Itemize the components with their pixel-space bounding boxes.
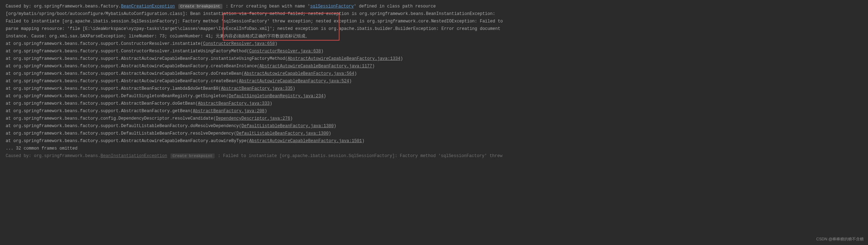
stack-suffix-text: ) [270,101,272,106]
stack-method-text: at org.springframework.beans.factory.sup… [6,86,221,91]
stack-method-text: at org.springframework.beans.factory.sup… [6,139,249,144]
exception-class-link[interactable]: BeanInstantiationException [100,153,167,158]
stack-suffix-text: ) [354,71,357,76]
stacktrace-line: at org.springframework.beans.factory.sup… [6,93,862,100]
stack-suffix-text: ) [334,124,336,129]
stack-method-text: at org.springframework.beans.factory.sup… [6,49,249,54]
stacktrace-line: at org.springframework.beans.factory.sup… [6,130,862,137]
stack-method-text: at org.springframework.beans.factory.sup… [6,71,244,76]
stack-method-text: at org.springframework.beans.factory.con… [6,116,216,121]
stacktrace-line: at org.springframework.beans.factory.sup… [6,85,862,93]
text-segment: : Failed to instantiate [org.apache.ibat… [215,153,503,158]
stack-suffix-text: ) [321,49,323,54]
stack-suffix-text: ) [290,116,293,121]
exception-class-link[interactable]: BeanCreationException [121,4,175,9]
stack-suffix-text: ) [400,56,403,61]
exception-detail-line: Failed to instantiate [org.apache.ibatis… [6,18,862,25]
exception-detail-line: parse mapping resource: 'file [E:\ideaWo… [6,25,862,33]
stack-method-text: at org.springframework.beans.factory.sup… [6,41,203,46]
stacktrace-line: at org.springframework.beans.factory.sup… [6,108,862,115]
source-file-link[interactable]: ConstructorResolver.java:658 [203,41,275,46]
stack-suffix-text: ) [293,86,295,91]
stack-method-text: at org.springframework.beans.factory.sup… [6,79,239,84]
source-file-link[interactable]: AbstractBeanFactory.java:208 [193,109,265,114]
stacktrace-line: at org.springframework.beans.factory.sup… [6,70,862,78]
source-file-link[interactable]: AbstractBeanFactory.java:333 [198,101,270,106]
stack-suffix-text: ) [328,131,331,136]
source-file-link[interactable]: AbstractAutowireCapableBeanFactory.java:… [259,64,372,69]
create-breakpoint-badge[interactable]: Create breakpoint [178,4,222,9]
stack-suffix-text: ) [362,139,364,144]
source-file-link[interactable]: ConstructorResolver.java:638 [249,49,321,54]
frames-omitted-line: ... 32 common frames omitted [6,145,862,152]
exception-header-line: Caused by: org.springframework.beans.fac… [6,3,862,10]
create-breakpoint-badge[interactable]: Create breakpoint [170,153,215,158]
source-file-link[interactable]: AbstractBeanFactory.java:335 [221,86,293,91]
stacktrace-line: at org.springframework.beans.factory.sup… [6,63,862,70]
stacktrace-line: at org.springframework.beans.factory.sup… [6,100,862,108]
source-file-link[interactable]: AbstractAutowireCapableBeanFactory.java:… [249,139,362,144]
exception-detail-line: instance. Cause: org.xml.sax.SAXParseExc… [6,33,862,40]
stacktrace-line: at org.springframework.beans.factory.sup… [6,40,862,48]
console-output: Caused by: org.springframework.beans.fac… [6,3,862,160]
stacktrace-line: at org.springframework.beans.factory.sup… [6,55,862,63]
stacktrace-line: at org.springframework.beans.factory.sup… [6,48,862,55]
stacktrace-list: at org.springframework.beans.factory.sup… [6,40,862,145]
bean-name-link[interactable]: sqlSessionFactory [310,4,354,9]
source-file-link[interactable]: AbstractAutowireCapableBeanFactory.java:… [239,79,349,84]
stack-suffix-text: ) [275,41,277,46]
text-segment: Caused by: org.springframework.beans. [6,153,100,158]
text-segment: : Error creating bean with name ' [223,4,310,9]
stack-method-text: at org.springframework.beans.factory.sup… [6,131,236,136]
stacktrace-line: at org.springframework.beans.factory.sup… [6,78,862,85]
source-file-link[interactable]: DefaultSingletonBeanRegistry.java:234 [229,94,323,99]
stack-suffix-text: ) [349,79,352,84]
source-file-link[interactable]: AbstractAutowireCapableBeanFactory.java:… [288,56,400,61]
stack-method-text: at org.springframework.beans.factory.sup… [6,94,229,99]
source-file-link[interactable]: AbstractAutowireCapableBeanFactory.java:… [244,71,354,76]
stack-suffix-text: ) [372,64,375,69]
stack-method-text: at org.springframework.beans.factory.sup… [6,56,288,61]
stacktrace-line: at org.springframework.beans.factory.sup… [6,137,862,145]
source-file-link[interactable]: DefaultListableBeanFactory.java:1300 [236,131,328,136]
exception-footer-line: Caused by: org.springframework.beans.Bea… [6,152,862,160]
stack-method-text: at org.springframework.beans.factory.sup… [6,124,242,129]
stack-suffix-text: ) [323,94,326,99]
source-file-link[interactable]: DependencyDescriptor.java:276 [216,116,290,121]
text-segment: ' defined in class path resource [354,4,436,9]
stacktrace-line: at org.springframework.beans.factory.sup… [6,123,862,130]
stack-suffix-text: ) [264,109,267,114]
stack-method-text: at org.springframework.beans.factory.sup… [6,101,198,106]
stack-method-text: at org.springframework.beans.factory.sup… [6,109,193,114]
exception-detail-line: [org/mybatis/spring/boot/autoconfigure/M… [6,10,862,18]
stack-method-text: at org.springframework.beans.factory.sup… [6,64,259,69]
stacktrace-line: at org.springframework.beans.factory.con… [6,115,862,123]
source-file-link[interactable]: DefaultListableBeanFactory.java:1380 [242,124,334,129]
text-segment: Caused by: org.springframework.beans.fac… [6,4,121,9]
